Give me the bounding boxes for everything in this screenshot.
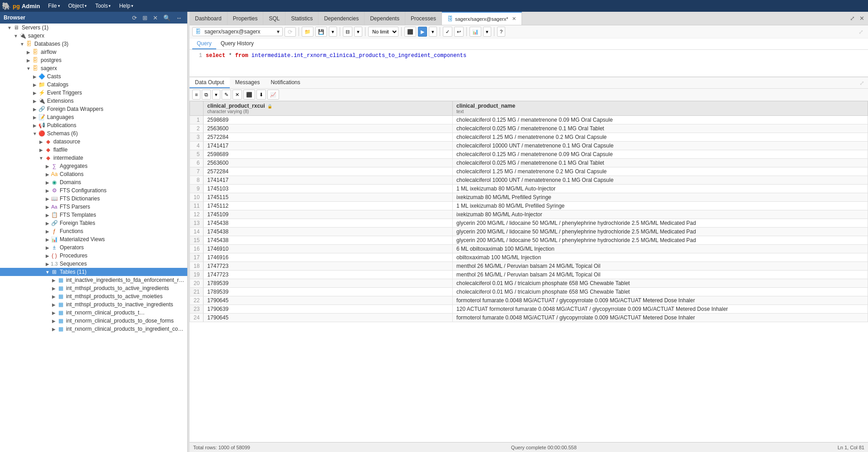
collations-arrow[interactable] — [44, 172, 51, 177]
tree-db-airflow[interactable]: 🗄 airflow — [0, 48, 187, 56]
browser-new-btn[interactable]: ⊞ — [141, 14, 149, 22]
tree-sequences[interactable]: 1.3 Sequences — [0, 260, 187, 268]
output-tab-messages[interactable]: Messages — [230, 77, 266, 88]
open-file-btn[interactable]: 📁 — [302, 27, 313, 37]
tree-schema-intermediate[interactable]: ◆ intermediate — [0, 154, 187, 162]
fts-parsers-arrow[interactable] — [44, 205, 51, 209]
output-tab-notifications[interactable]: Notifications — [265, 77, 305, 88]
tab-dependents[interactable]: Dependents — [365, 12, 405, 25]
tree-fts-dicts[interactable]: 📖 FTS Dictionaries — [0, 195, 187, 203]
connection-selector[interactable]: 🗄 sagerx/sagerx@sagerx ▾ — [192, 27, 283, 36]
tree-table-rxnorm-dose[interactable]: ▦ int_rxnorm_clinical_products_to_dose_f… — [0, 317, 187, 325]
tree-table-int-mthspl-inactive[interactable]: ▦ int_mthspl_products_to_inactive_ingred… — [0, 300, 187, 309]
schema-flatfile-arrow[interactable] — [38, 147, 44, 152]
db-postgres-arrow[interactable] — [25, 58, 32, 63]
publications-arrow[interactable] — [32, 123, 38, 128]
tree-table-int-mthspl-moieties[interactable]: ▦ int_mthspl_products_to_active_moieties — [0, 292, 187, 300]
tree-schemas[interactable]: 🔴 Schemas (6) — [0, 129, 187, 138]
table-row[interactable]: 6 2563600 cholecalciferol 0.025 MG / men… — [190, 159, 868, 167]
table-row[interactable]: 20 1789539 cholecalciferol 0.01 MG / tri… — [190, 279, 868, 288]
tables-arrow[interactable] — [44, 270, 51, 275]
table-rxnorm-clinical-arrow[interactable] — [51, 310, 57, 315]
table-row[interactable]: 11 1745112 1 ML ixekizumab 80 MG/ML Pref… — [190, 202, 868, 210]
query-tab-query[interactable]: Query — [192, 38, 216, 49]
menu-help[interactable]: Help ▾ — [115, 2, 137, 10]
tree-aggregates[interactable]: ∑ Aggregates — [0, 162, 187, 170]
table-row[interactable]: 23 1790639 120 ACTUAT formoterol fumarat… — [190, 305, 868, 314]
output-copy-dropdown-btn[interactable]: ▾ — [212, 90, 220, 100]
tree-db-sagerx[interactable]: 🗄 sagerx — [0, 64, 187, 72]
table-row[interactable]: 22 1790645 formoterol fumarate 0.0048 MG… — [190, 296, 868, 305]
tree-procedures[interactable]: ( ) Procedures — [0, 252, 187, 260]
query-tab-history[interactable]: Query History — [216, 38, 258, 49]
table-row[interactable]: 24 1790645 formoterol fumarate 0.0048 MG… — [190, 314, 868, 322]
filter-btn[interactable]: ⊟ — [343, 27, 352, 37]
commit-btn[interactable]: ✓ — [443, 27, 452, 37]
languages-arrow[interactable] — [32, 115, 38, 120]
fdw-arrow[interactable] — [32, 107, 38, 112]
output-cancel-btn[interactable]: ⬛ — [243, 90, 255, 100]
tree-collations[interactable]: Aa Collations — [0, 170, 187, 178]
fts-dicts-arrow[interactable] — [44, 196, 51, 201]
run-btn[interactable]: ▶ — [418, 27, 427, 37]
table-row[interactable]: 16 1746910 6 ML obiltoxaximab 100 MG/ML … — [190, 245, 868, 253]
conn-refresh-btn[interactable]: ⟳ — [285, 27, 296, 37]
editor-maximize-btn[interactable]: ⤢ — [857, 28, 865, 36]
tab-sql[interactable]: SQL — [263, 12, 285, 25]
tree-table-rxnorm-ingredient[interactable]: ▦ int_rxnorm_clinical_products_to_ingred… — [0, 325, 187, 333]
stop-btn[interactable]: ⬛ — [404, 27, 416, 37]
fts-configs-arrow[interactable] — [44, 188, 51, 193]
sql-editor[interactable]: 1 select * from intermediate.int_rxnorm_… — [190, 50, 868, 77]
tree-db-postgres[interactable]: 🗄 postgres — [0, 56, 187, 64]
db-sagerx-arrow[interactable] — [25, 66, 32, 71]
table-row[interactable]: 18 1747723 menthol 26 MG/ML / Peruvian b… — [190, 262, 868, 271]
tab-dependencies[interactable]: Dependencies — [318, 12, 365, 25]
db-airflow-arrow[interactable] — [25, 50, 32, 55]
rollback-btn[interactable]: ↩ — [454, 27, 464, 37]
tree-tables[interactable]: ⊞ Tables (11) — [0, 268, 187, 276]
output-edit-btn[interactable]: ✎ — [222, 90, 231, 100]
tree-event-triggers[interactable]: ⚡ Event Triggers — [0, 89, 187, 97]
table-int-inactive-arrow[interactable] — [51, 278, 57, 283]
output-delete-btn[interactable]: ✕ — [232, 90, 242, 100]
tree-table-rxnorm-clinical[interactable]: ▦ int_rxnorm_clinical_products_to_clinic… — [0, 309, 187, 317]
fts-templates-arrow[interactable] — [44, 213, 51, 218]
th-clinical-product-rxcui[interactable]: clinical_product_rxcui character varying… — [204, 101, 453, 116]
tree-databases[interactable]: 🗄 Databases (3) — [0, 40, 187, 48]
table-row[interactable]: 8 1741417 cholecalciferol 10000 UNT / me… — [190, 176, 868, 185]
tree-extensions[interactable]: 🔌 Extensions — [0, 97, 187, 105]
table-row[interactable]: 3 2572284 cholecalciferol 1.25 MG / mena… — [190, 133, 868, 142]
table-row[interactable]: 12 1745109 ixekizumab 80 MG/ML Auto-Inje… — [190, 210, 868, 219]
table-mthspl-active-arrow[interactable] — [51, 286, 57, 291]
menu-file[interactable]: File ▾ — [44, 2, 63, 10]
table-row[interactable]: 9 1745103 1 ML ixekizumab 80 MG/ML Auto-… — [190, 185, 868, 193]
panel-close-btn[interactable]: ✕ — [858, 14, 866, 23]
table-row[interactable]: 15 1745438 glycerin 200 MG/ML / lidocain… — [190, 236, 868, 245]
output-download-btn[interactable]: ⬇ — [256, 90, 266, 100]
tree-catalogs[interactable]: 📁 Catalogs — [0, 81, 187, 89]
tree-fts-configs[interactable]: ⚙ FTS Configurations — [0, 186, 187, 195]
tree-schema-datasource[interactable]: ◆ datasource — [0, 138, 187, 146]
tree-foreign-data-wrappers[interactable]: 🔗 Foreign Data Wrappers — [0, 105, 187, 113]
run-dropdown-btn[interactable]: ▾ — [429, 27, 437, 37]
tree-fts-parsers[interactable]: Aa FTS Parsers — [0, 203, 187, 211]
tree-domains[interactable]: ◉ Domains — [0, 178, 187, 186]
tab-query-editor[interactable]: 🗄 sagerx/sagerx@sagerx* ✕ — [442, 12, 522, 25]
casts-arrow[interactable] — [32, 74, 38, 79]
table-row[interactable]: 4 1741417 cholecalciferol 10000 UNT / me… — [190, 142, 868, 150]
output-graph-btn[interactable]: 📈 — [267, 90, 279, 100]
table-rxnorm-dose-arrow[interactable] — [51, 319, 57, 324]
table-row[interactable]: 10 1745115 ixekizumab 80 MG/ML Prefilled… — [190, 193, 868, 202]
procedures-arrow[interactable] — [44, 253, 51, 258]
explain-btn[interactable]: 📊 — [470, 27, 481, 37]
output-maximize-btn[interactable]: ⤢ — [858, 79, 866, 87]
tree-schema-flatfile[interactable]: ◆ flatfile — [0, 146, 187, 154]
schema-intermediate-arrow[interactable] — [38, 156, 44, 161]
table-row[interactable]: 19 1747723 menthol 26 MG/ML / Peruvian b… — [190, 271, 868, 279]
tree-server-sagerx[interactable]: 🔌 sagerx — [0, 32, 187, 40]
tree-materialized-views[interactable]: 📊 Materialized Views — [0, 235, 187, 243]
event-triggers-arrow[interactable] — [32, 90, 38, 95]
table-row[interactable]: 21 1789539 cholecalciferol 0.01 MG / tri… — [190, 288, 868, 296]
tab-dashboard[interactable]: Dashboard — [190, 12, 228, 25]
table-row[interactable]: 14 1745438 glycerin 200 MG/ML / lidocain… — [190, 228, 868, 236]
